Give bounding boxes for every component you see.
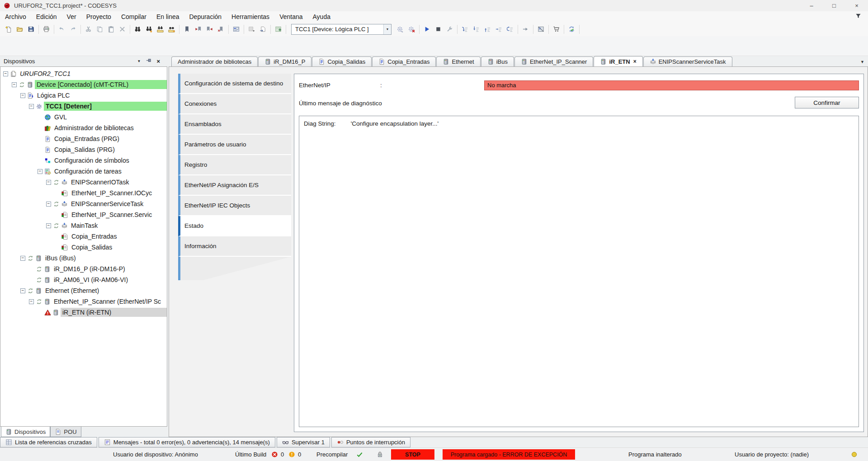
tree-item-configuraci-n-de-s-mbolos[interactable]: Configuración de símbolos xyxy=(0,155,167,166)
tab-ir-etn[interactable]: iR_ETN× xyxy=(594,56,642,66)
cut-button[interactable] xyxy=(83,24,94,34)
msgbar-button-lista-de-referencias[interactable]: Lista de referencias cruzadas xyxy=(0,437,97,447)
logout-button[interactable] xyxy=(406,24,417,34)
tree-expander-icon[interactable]: − xyxy=(12,82,17,87)
category-informaci-n[interactable]: Información xyxy=(178,236,291,257)
tree-item-ibus-ibus[interactable]: −iBus (iBus) xyxy=(0,253,167,263)
panel-tab-dispositivos[interactable]: Dispositivos xyxy=(1,427,50,437)
build-button[interactable] xyxy=(273,24,283,34)
maximize-button[interactable]: □ xyxy=(823,0,845,11)
reset-button[interactable] xyxy=(505,24,515,34)
delete-button[interactable] xyxy=(117,24,127,34)
menu-item-herramientas[interactable]: Herramientas xyxy=(226,12,274,21)
tab-copia-entradas[interactable]: Copia_Entradas xyxy=(372,56,436,66)
menu-item-depuraci-n[interactable]: Depuración xyxy=(184,12,226,21)
start-button[interactable] xyxy=(422,24,432,34)
active-application-combo[interactable]: TCC1 [Device: Lógica PLC ]▼ xyxy=(291,24,392,35)
messages-view-button[interactable] xyxy=(231,24,241,34)
step-out-button[interactable] xyxy=(482,24,493,34)
category-ethernet-ip-asignaci-n-e-s[interactable]: EtherNet/IP Asignación E/S xyxy=(178,175,291,196)
category-configuraci-n-de-sistema-de-destino[interactable]: Configuración de sistema de destino xyxy=(178,74,291,94)
bookmark-prev-button[interactable] xyxy=(193,24,203,34)
tree-expander-icon[interactable]: − xyxy=(46,180,51,185)
tab-ir-dm16-p[interactable]: iR_DM16_P xyxy=(258,56,311,66)
shop-button[interactable] xyxy=(551,24,561,34)
export-button[interactable] xyxy=(258,24,268,34)
menu-item-en-linea[interactable]: En linea xyxy=(151,12,184,21)
login-button[interactable] xyxy=(395,24,406,34)
tree-item-tcc1-detener[interactable]: −TCC1 [Detener] xyxy=(0,101,167,112)
filter-funnel-icon[interactable] xyxy=(855,13,862,19)
tree-expander-icon[interactable]: − xyxy=(29,104,34,109)
debug-settings-button[interactable] xyxy=(444,24,455,34)
find-in-project-button[interactable] xyxy=(155,24,165,34)
category-ensamblados[interactable]: Ensamblados xyxy=(178,114,291,135)
tree-item-ir-etn-ir-etn[interactable]: iR_ETN (iR-ETN) xyxy=(0,307,167,318)
next-statement-button[interactable] xyxy=(520,24,531,34)
panel-close-icon[interactable]: × xyxy=(156,58,160,65)
open-file-button[interactable] xyxy=(14,24,25,34)
tree-expander-icon[interactable]: − xyxy=(20,256,25,261)
bookmark-toggle-button[interactable] xyxy=(182,24,192,34)
tree-item-configuraci-n-de-tareas[interactable]: −Configuración de tareas xyxy=(0,166,167,177)
tree-expander-icon[interactable]: − xyxy=(46,223,51,228)
tree-expander-icon[interactable]: − xyxy=(46,202,51,207)
tree-item-copia-salidas[interactable]: Copia_Salidas xyxy=(0,242,167,253)
tree-item-urufor2-tcc1[interactable]: −URUFOR2_TCC1 xyxy=(0,68,167,79)
replace-button[interactable] xyxy=(144,24,154,34)
tree-item-ethernet-ethernet[interactable]: −Ethernet (Ethernet) xyxy=(0,285,167,296)
category-ethernet-ip-iec-objects[interactable]: EtherNet/IP IEC Objects xyxy=(178,196,291,216)
tree-expander-icon[interactable]: − xyxy=(38,169,42,174)
category-par-metros-de-usuario[interactable]: Parámetros de usuario xyxy=(178,135,291,155)
tree-expander-icon[interactable]: − xyxy=(29,299,34,304)
tree-item-copia-entradas-prg[interactable]: Copia_Entradas (PRG) xyxy=(0,133,167,144)
msgbar-button-mensajes-total-0[interactable]: Mensajes - total 0 error(es), 0 adverten… xyxy=(99,437,275,447)
bookmark-clear-button[interactable] xyxy=(216,24,226,34)
panel-dropdown-icon[interactable]: ▼ xyxy=(137,59,141,63)
tree-item-ethernet-ip-scanner-ethernet-ip-sc[interactable]: −EtherNet_IP_Scanner (EtherNet/IP Sc xyxy=(0,296,167,307)
category-conexiones[interactable]: Conexiones xyxy=(178,94,291,114)
sync-button[interactable] xyxy=(566,24,577,34)
replace-in-project-button[interactable] xyxy=(166,24,177,34)
tree-expander-icon[interactable]: − xyxy=(3,71,8,76)
tab-administrador-de-bibliotecas[interactable]: Administrador de bibliotecas xyxy=(171,56,258,66)
category-registro[interactable]: Registro xyxy=(178,155,291,175)
step-over-button[interactable] xyxy=(460,24,470,34)
print-button[interactable] xyxy=(41,24,52,34)
tree-item-copia-entradas[interactable]: Copia_Entradas xyxy=(0,231,167,242)
tab-ethernet-ip-scanner[interactable]: EtherNet_IP_Scanner xyxy=(514,56,593,66)
declarations-button[interactable] xyxy=(246,24,257,34)
panel-pin-icon[interactable] xyxy=(145,58,152,65)
menu-item-archivo[interactable]: Archivo xyxy=(0,12,31,21)
tree-item-enipscannerservicetask[interactable]: −ENIPScannerServiceTask xyxy=(0,198,167,209)
menu-item-ayuda[interactable]: Ayuda xyxy=(308,12,335,21)
tree-item-device-conectado-cmt-ctrl[interactable]: −Device [Conectado] (cMT-CTRL) xyxy=(0,79,167,90)
stop-button[interactable] xyxy=(433,24,443,34)
menu-item-ver[interactable]: Ver xyxy=(62,12,81,21)
paste-button[interactable] xyxy=(106,24,116,34)
find-button[interactable] xyxy=(132,24,143,34)
close-button[interactable]: × xyxy=(845,0,868,11)
tab-enipscannerservicetask[interactable]: ENIPScannerServiceTask xyxy=(643,56,732,66)
run-to-cursor-button[interactable] xyxy=(494,24,504,34)
tab-ibus[interactable]: iBus xyxy=(481,56,514,66)
menu-item-proyecto[interactable]: Proyecto xyxy=(81,12,116,21)
copy-button[interactable] xyxy=(94,24,105,34)
minimize-button[interactable]: – xyxy=(800,0,823,11)
tree-item-ir-am06-vi-ir-am06-vi[interactable]: iR_AM06_VI (iR-AM06-VI) xyxy=(0,274,167,285)
msgbar-button-supervisar-1[interactable]: Supervisar 1 xyxy=(277,437,330,447)
menu-item-edici-n[interactable]: Edición xyxy=(31,12,62,21)
bookmark-next-button[interactable] xyxy=(204,24,215,34)
tree-item-ethernet-ip-scanner-iocyc[interactable]: EtherNet_IP_Scanner.IOCyc xyxy=(0,188,167,198)
tree-item-enipscanneriotask[interactable]: −ENIPScannerIOTask xyxy=(0,177,167,188)
step-into-button[interactable] xyxy=(471,24,481,34)
tree-item-ir-dm16-p-ir-dm16-p[interactable]: iR_DM16_P (iR-DM16-P) xyxy=(0,263,167,274)
new-file-button[interactable] xyxy=(3,24,14,34)
tree-expander-icon[interactable]: − xyxy=(20,93,25,98)
tree-item-gvl[interactable]: GVL xyxy=(0,112,167,122)
tab-ethernet[interactable]: Ethernet xyxy=(436,56,480,66)
tree-item-maintask[interactable]: −MainTask xyxy=(0,220,167,231)
tree-item-copia-salidas-prg[interactable]: Copia_Salidas (PRG) xyxy=(0,144,167,155)
save-button[interactable] xyxy=(26,24,36,34)
tree-expander-icon[interactable]: − xyxy=(20,288,25,293)
